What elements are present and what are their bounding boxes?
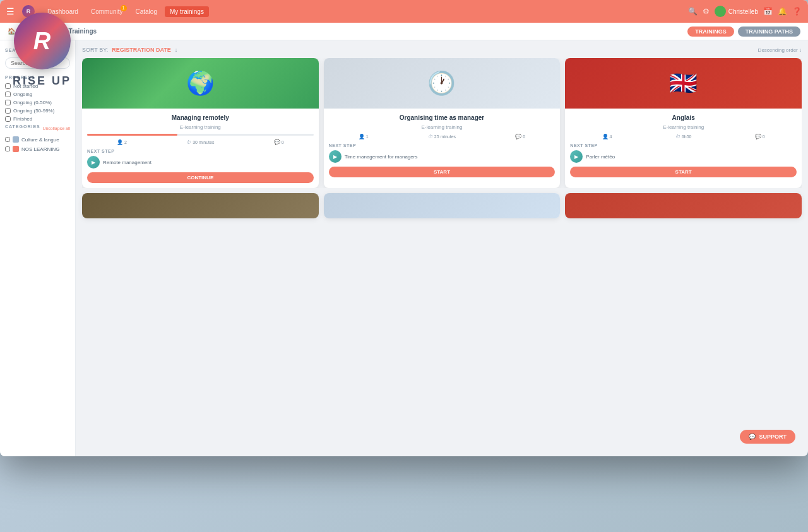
ongoing-50-99-checkbox[interactable] [5, 108, 11, 114]
card-anglais-title: Anglais [570, 114, 797, 122]
ongoing-checkbox[interactable] [5, 92, 11, 97]
ongoing-50-99-label: Ongoing (50-99%) [13, 108, 54, 114]
ongoing-label: Ongoing [13, 92, 32, 97]
categories-header: CATEGORIES Uncollapse all [5, 124, 70, 133]
users-icon-3: 👤 [602, 134, 609, 139]
stat-users-value-2: 1 [366, 134, 369, 139]
bottom-partial-cards [82, 193, 802, 218]
continue-button[interactable]: CONTINUE [87, 172, 314, 183]
step-name-3: Parler météo [586, 154, 615, 160]
card-anglais-image: 🇬🇧 [565, 58, 802, 109]
progress-ongoing: Ongoing [5, 92, 70, 97]
message-icon-3: 💬 [755, 134, 761, 139]
category-culture-checkbox[interactable] [5, 137, 10, 142]
card-managing-title: Managing remotely [87, 114, 314, 122]
card-organising-body: Organising time as manager E-learning tr… [324, 109, 561, 182]
card-managing-image: 🌍 [82, 58, 319, 109]
ongoing-0-50-label: Ongoing (0-50%) [13, 100, 52, 105]
users-icon: 👤 [117, 139, 123, 145]
sort-value[interactable]: REGISTRATION DATE [112, 47, 171, 53]
next-step-label-3: NEXT STEP [570, 143, 797, 148]
categories-section-title: CATEGORIES [5, 124, 40, 129]
stat-users-2: 👤 1 [359, 134, 369, 139]
globe-icon: 🌍 [186, 70, 215, 97]
logo-area: R RISE UP [13, 13, 71, 88]
navbar: ☰ R Dashboard Community 1 Catalog My tra… [0, 0, 808, 23]
start-button-3[interactable]: START [570, 167, 797, 177]
step-name-1: Remote management [103, 160, 152, 165]
community-badge: 1 [121, 5, 127, 11]
sort-bar: SORT BY: REGISTRATION DATE ↓ Descending … [82, 47, 802, 53]
start-button-2[interactable]: START [329, 167, 556, 177]
card-anglais-type: E-learning training [570, 124, 797, 130]
next-step-item-3: ▶ Parler météo [570, 150, 797, 163]
stat-users-3: 👤 4 [602, 134, 612, 139]
finished-checkbox[interactable] [5, 116, 11, 122]
ongoing-0-50-checkbox[interactable] [5, 100, 11, 105]
nav-user: Christelleb [715, 6, 758, 17]
stat-duration-3: ⏱ 6h50 [675, 134, 692, 139]
category-nos-checkbox[interactable] [5, 146, 10, 151]
card-organising-type: E-learning training [329, 124, 556, 130]
support-button[interactable]: 💬 SUPPORT [740, 430, 795, 444]
step-name-2: Time management for managers [345, 154, 418, 160]
card-managing-body: Managing remotely E-learning training 👤 … [82, 109, 319, 188]
help-icon[interactable]: ❓ [792, 7, 802, 16]
stat-messages-value: 0 [282, 140, 284, 145]
partial-card-img-2 [324, 193, 561, 218]
not-started-checkbox[interactable] [5, 83, 11, 89]
category-nos: NOS LEARNING [5, 146, 70, 152]
support-icon: 💬 [749, 434, 756, 440]
partial-card-2 [324, 193, 561, 218]
category-nos-label: NOS LEARNING [21, 146, 59, 152]
stat-users-value: 2 [124, 140, 127, 145]
card-managing-type: E-learning training [87, 124, 314, 130]
card-anglais-stats: 👤 4 ⏱ 6h50 💬 0 [570, 134, 797, 139]
current-breadcrumb: Trainings [69, 28, 97, 35]
username: Christelleb [728, 8, 758, 15]
uncollapse-link[interactable]: Uncollapse all [42, 126, 70, 131]
category-culture-color [13, 136, 19, 143]
screen: ☰ R Dashboard Community 1 Catalog My tra… [0, 0, 808, 456]
card-organising-stats: 👤 1 ⏱ 25 minutes 💬 0 [329, 134, 556, 139]
settings-icon[interactable]: ⚙ [703, 7, 710, 16]
main-content: SEARCH PROGRESS Not started Ongoing Ongo… [0, 40, 808, 456]
stat-duration-value: 30 minutes [193, 140, 214, 145]
step-icon-3: ▶ [570, 150, 583, 163]
card-anglais: 🇬🇧 Anglais E-learning training 👤 4 ⏱ [565, 58, 802, 188]
flag-icon: 🇬🇧 [669, 70, 698, 97]
step-icon-2: ▶ [329, 150, 342, 163]
nav-item-community[interactable]: Community 1 [86, 6, 128, 17]
logo-text: RISE UP [13, 74, 71, 88]
clock-img-icon: 🕐 [427, 70, 456, 97]
partial-card-img-1 [82, 193, 319, 218]
sort-by-label: SORT BY: [82, 47, 108, 53]
training-paths-button[interactable]: TRAINING PATHS [738, 27, 800, 37]
stat-duration: ⏱ 30 minutes [186, 139, 214, 145]
users-icon-2: 👤 [359, 134, 365, 139]
stat-users-value-3: 4 [610, 134, 612, 139]
support-label: SUPPORT [759, 434, 787, 440]
partial-card-1 [82, 193, 319, 218]
breadcrumb: 🏠 › My trainings › Trainings TRAININGS T… [0, 23, 808, 40]
category-culture-label: Culture & langue [21, 137, 59, 143]
calendar-icon[interactable]: 📅 [763, 7, 773, 16]
search-icon[interactable]: 🔍 [688, 7, 698, 16]
stat-messages-value-3: 0 [763, 134, 765, 139]
trainings-button[interactable]: TRAININGS [687, 27, 734, 37]
card-organising-title: Organising time as manager [329, 114, 556, 122]
notifications-icon[interactable]: 🔔 [778, 7, 787, 16]
nav-item-my-trainings[interactable]: My trainings [165, 6, 209, 17]
next-step-label-2: NEXT STEP [329, 143, 556, 148]
progress-ongoing-0-50: Ongoing (0-50%) [5, 100, 70, 105]
nav-item-catalog[interactable]: Catalog [131, 6, 162, 17]
card-organising-image: 🕐 [324, 58, 561, 109]
category-nos-color [13, 146, 19, 152]
logo-circle: R [14, 13, 71, 69]
stat-messages-2: 💬 0 [515, 134, 525, 139]
sort-arrow: ↓ [175, 47, 178, 53]
clock-stat-icon-2: ⏱ [428, 134, 433, 139]
clock-stat-icon: ⏱ [186, 139, 191, 145]
next-step-label-1: NEXT STEP [87, 149, 314, 153]
logo-letter: R [33, 28, 50, 55]
